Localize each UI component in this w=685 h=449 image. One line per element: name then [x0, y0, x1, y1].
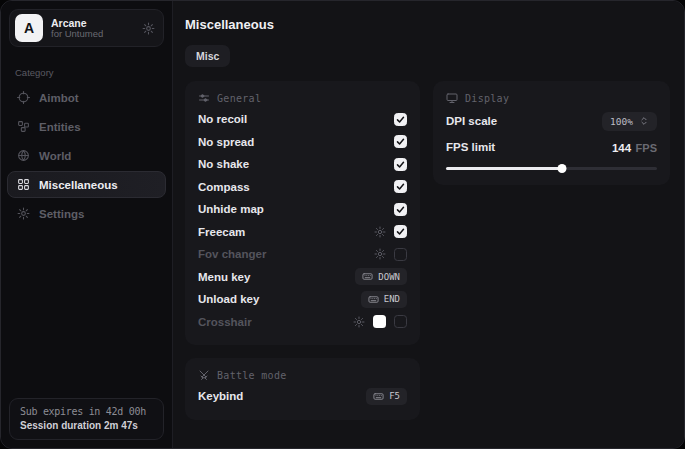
- fps-limit-unit: FPS: [636, 142, 657, 154]
- general-panel-title: General: [217, 93, 261, 104]
- setting-label: Crosshair: [198, 316, 353, 328]
- setting-row-no-spread: No spread: [198, 131, 407, 154]
- sidebar-item-label: Settings: [39, 208, 84, 220]
- session-duration-text: Session duration 2m 47s: [20, 420, 153, 431]
- sidebar-item-entities[interactable]: Entities: [7, 113, 166, 140]
- slider-thumb[interactable]: [558, 164, 567, 173]
- setting-label: No spread: [198, 136, 394, 148]
- unfold-icon: [639, 116, 649, 126]
- checkbox[interactable]: [394, 158, 407, 171]
- keybind-badge[interactable]: DOWN: [355, 268, 407, 285]
- setting-row-menu-key: Menu keyDOWN: [198, 266, 407, 289]
- page-title: Miscellaneous: [185, 17, 670, 32]
- checkbox[interactable]: [394, 248, 407, 261]
- display-panel-title: Display: [465, 93, 509, 104]
- sidebar-item-miscellaneous[interactable]: Miscellaneous: [7, 171, 166, 198]
- general-rows: No recoilNo spreadNo shakeCompassUnhide …: [198, 108, 407, 333]
- keyboard-icon: [368, 294, 379, 305]
- setting-label: Compass: [198, 181, 394, 193]
- app-titles: Arcane for Untumed: [51, 17, 134, 40]
- app-avatar: A: [15, 14, 43, 42]
- dpi-scale-row: DPI scale 100%: [446, 108, 657, 134]
- keybind-value: F5: [389, 391, 400, 401]
- sidebar-item-label: Aimbot: [39, 92, 79, 104]
- setting-row-unhide-map: Unhide map: [198, 198, 407, 221]
- sliders-icon: [198, 92, 210, 104]
- keybind-value: DOWN: [378, 272, 400, 282]
- setting-label: Unhide map: [198, 203, 394, 215]
- globe-icon: [17, 149, 30, 162]
- subscription-card: Sub expires in 42d 00h Session duration …: [9, 398, 164, 440]
- checkbox[interactable]: [394, 113, 407, 126]
- setting-row-keybind: KeybindF5: [198, 385, 407, 408]
- sidebar-item-world[interactable]: World: [7, 142, 166, 169]
- fps-limit-value: 144: [612, 142, 631, 154]
- sub-expires-text: Sub expires in 42d 00h: [20, 406, 153, 417]
- setting-label: Fov changer: [198, 248, 374, 260]
- app-subtitle: for Untumed: [51, 29, 134, 40]
- monitor-icon: [446, 92, 458, 104]
- dpi-scale-value: 100%: [610, 116, 633, 127]
- checkbox[interactable]: [394, 135, 407, 148]
- tab-misc[interactable]: Misc: [185, 45, 230, 67]
- dpi-scale-select[interactable]: 100%: [602, 112, 657, 131]
- grid-icon: [17, 178, 30, 191]
- fps-limit-slider[interactable]: [446, 164, 657, 173]
- setting-label: No shake: [198, 158, 394, 170]
- sidebar: A Arcane for Untumed Category AimbotEnti…: [1, 1, 173, 448]
- setting-row-crosshair: Crosshair: [198, 311, 407, 334]
- keybind-value: END: [384, 294, 400, 304]
- dpi-scale-label: DPI scale: [446, 115, 602, 127]
- checkbox[interactable]: [394, 203, 407, 216]
- setting-row-no-shake: No shake: [198, 153, 407, 176]
- setting-label: Keybind: [198, 390, 366, 402]
- slider-fill: [446, 167, 562, 170]
- battle-panel-title: Battle mode: [217, 370, 287, 381]
- fps-limit-label: FPS limit: [446, 141, 612, 153]
- setting-row-unload-key: Unload keyEND: [198, 288, 407, 311]
- arcane-window: A Arcane for Untumed Category AimbotEnti…: [0, 0, 685, 449]
- tab-bar: Misc: [185, 45, 670, 67]
- setting-row-no-recoil: No recoil: [198, 108, 407, 131]
- general-panel: General No recoilNo spreadNo shakeCompas…: [185, 81, 420, 345]
- keybind-badge[interactable]: END: [361, 291, 407, 308]
- battle-mode-panel: Battle mode KeybindF5: [185, 358, 420, 420]
- row-settings-gear-icon[interactable]: [374, 248, 386, 260]
- sidebar-item-label: Entities: [39, 121, 81, 133]
- sync-icon[interactable]: [142, 22, 155, 35]
- checkbox[interactable]: [394, 180, 407, 193]
- checkbox[interactable]: [394, 315, 407, 328]
- setting-label: No recoil: [198, 113, 394, 125]
- color-swatch[interactable]: [373, 315, 386, 328]
- sidebar-item-aimbot[interactable]: Aimbot: [7, 84, 166, 111]
- main-area: Miscellaneous Misc General No recoilNo s…: [173, 1, 684, 448]
- setting-row-fov-changer: Fov changer: [198, 243, 407, 266]
- app-title: Arcane: [51, 17, 134, 29]
- display-panel: Display DPI scale 100% FPS limit 144: [433, 81, 670, 185]
- checkbox[interactable]: [394, 225, 407, 238]
- sidebar-item-label: Miscellaneous: [39, 179, 118, 191]
- setting-label: Unload key: [198, 293, 361, 305]
- keybind-badge[interactable]: F5: [366, 388, 407, 405]
- sidebar-item-label: World: [39, 150, 71, 162]
- sidebar-item-settings[interactable]: Settings: [7, 200, 166, 227]
- keyboard-icon: [373, 391, 384, 402]
- swords-icon: [198, 369, 210, 381]
- category-label: Category: [15, 67, 158, 78]
- crosshair-icon: [17, 91, 30, 104]
- setting-label: Menu key: [198, 271, 355, 283]
- sidebar-nav: AimbotEntitiesWorldMiscellaneousSettings: [1, 84, 172, 227]
- row-settings-gear-icon[interactable]: [374, 226, 386, 238]
- setting-row-freecam: Freecam: [198, 221, 407, 244]
- keyboard-icon: [362, 271, 373, 282]
- fps-limit-row: FPS limit 144 FPS: [446, 134, 657, 160]
- setting-row-compass: Compass: [198, 176, 407, 199]
- row-settings-gear-icon[interactable]: [353, 316, 365, 328]
- battle-rows: KeybindF5: [198, 385, 407, 408]
- app-header-card: A Arcane for Untumed: [9, 9, 164, 47]
- entities-icon: [17, 120, 30, 133]
- gear-icon: [17, 207, 30, 220]
- setting-label: Freecam: [198, 226, 374, 238]
